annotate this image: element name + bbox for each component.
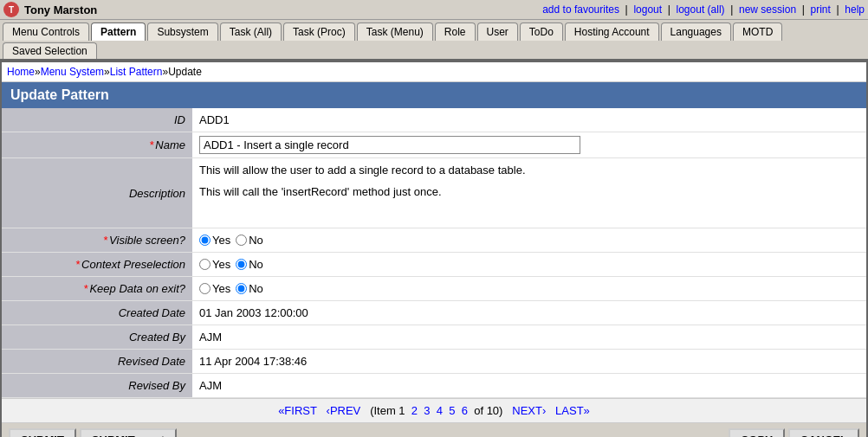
created-by-text: AJM [199,331,222,344]
tab-user[interactable]: User [477,22,518,41]
breadcrumb-home[interactable]: Home [7,66,35,78]
next-link[interactable]: NEXT› [512,404,546,417]
id-text: ADD1 [199,113,230,126]
username: Tony Marston [24,3,97,16]
first-link[interactable]: «FIRST [278,404,317,417]
name-input[interactable] [199,136,580,154]
context-yes-radio[interactable] [199,259,211,270]
form-row-created-by: Created By AJM [2,325,866,350]
revised-by-value: AJM [192,374,866,397]
tab-subsystem[interactable]: Subsystem [147,22,217,41]
print-link[interactable]: print [811,3,831,16]
top-links: add to favourites | logout | logout (all… [542,3,865,16]
nav-tabs-row1: Menu Controls Pattern Subsystem Task (Al… [0,20,868,41]
context-preselection-label: * Context Preselection [2,253,192,276]
main-wrapper: Home»Menu System»List Pattern»Update Upd… [0,61,868,437]
breadcrumb-menu-system[interactable]: Menu System [41,66,104,78]
revised-by-label: Revised By [2,374,192,397]
page-6-link[interactable]: 6 [462,404,468,417]
revised-date-label: Revised Date [2,350,192,373]
form-row-keep-data: * Keep Data on exit? Yes No [2,277,866,301]
form-row-description: Description This will allow the user to … [2,158,866,228]
page-2-link[interactable]: 2 [411,404,418,417]
page-4-link[interactable]: 4 [437,404,443,417]
created-by-value: AJM [192,325,866,349]
context-yes-label[interactable]: Yes [199,258,230,271]
id-label: ID [2,108,192,132]
form-row-id: ID ADD1 [2,108,866,132]
form-row-revised-by: Revised By AJM [2,374,866,398]
prev-link[interactable]: ‹PREV [327,404,361,417]
id-value: ADD1 [192,108,866,132]
top-bar: T Tony Marston add to favourites | logou… [0,0,868,20]
created-date-value: 01 Jan 2003 12:00:00 [192,301,866,325]
visible-screen-yes-label[interactable]: Yes [199,234,230,247]
description-label: Description [2,158,192,228]
logout-link[interactable]: logout [633,3,662,16]
tab-hosting-account[interactable]: Hosting Account [565,22,659,41]
name-label: * Name [2,132,192,157]
keep-data-no-label[interactable]: No [236,282,263,295]
visible-screen-no-radio[interactable] [236,235,247,246]
copy-button[interactable]: COPY [729,428,785,437]
tab-languages[interactable]: Languages [661,22,731,41]
keep-data-value: Yes No [192,277,866,300]
tab-role[interactable]: Role [435,22,476,41]
item-text: (Item 1 [370,404,405,417]
form-row-created-date: Created Date 01 Jan 2003 12:00:00 [2,301,866,325]
keep-data-label: * Keep Data on exit? [2,277,192,300]
pagination-bar: «FIRST ‹PREV (Item 1 2 3 4 5 6 of 10) NE… [2,398,866,423]
form-row-context-preselection: * Context Preselection Yes No [2,253,866,277]
form-area: ID ADD1 * Name Description This will all… [2,108,866,398]
context-preselection-value: Yes No [192,253,866,276]
tab-pattern[interactable]: Pattern [91,22,146,41]
submit-next-button[interactable]: SUBMIT+next [80,428,177,437]
submit-button[interactable]: SUBMIT [9,428,76,437]
tab-todo[interactable]: ToDo [520,22,563,41]
keep-data-radio-group: Yes No [199,282,263,295]
buttons-bar: SUBMIT SUBMIT+next COPY CANCEL [2,423,866,437]
created-by-label: Created By [2,325,192,349]
form-row-visible-screen: * Visible screen? Yes No [2,228,866,253]
keep-data-no-radio[interactable] [236,283,247,294]
context-no-label[interactable]: No [236,258,263,271]
help-link[interactable]: help [845,3,865,16]
visible-screen-no-label[interactable]: No [236,234,263,247]
of-text: of 10) [474,404,502,417]
visible-screen-label: * Visible screen? [2,228,192,252]
visible-screen-yes-radio[interactable] [199,235,211,246]
tab-motd[interactable]: MOTD [733,22,782,41]
logout-all-link[interactable]: logout (all) [677,3,725,16]
tab-task-menu[interactable]: Task (Menu) [357,22,433,41]
cancel-button[interactable]: CANCEL [788,428,859,437]
visible-screen-value: Yes No [192,228,866,252]
tab-task-proc[interactable]: Task (Proc) [283,22,355,41]
context-preselection-radio-group: Yes No [199,258,263,271]
name-required-star: * [149,138,153,151]
page-3-link[interactable]: 3 [424,404,430,417]
user-info: T Tony Marston [3,2,97,17]
context-no-radio[interactable] [236,259,247,270]
user-avatar: T [3,2,19,17]
breadcrumb: Home»Menu System»List Pattern»Update [2,62,866,82]
created-date-label: Created Date [2,301,192,325]
revised-date-text: 11 Apr 2004 17:38:46 [199,355,307,368]
visible-required-star: * [103,234,107,247]
created-date-text: 01 Jan 2003 12:00:00 [199,306,308,319]
tab-task-all[interactable]: Task (All) [220,22,282,41]
tab-saved-selection[interactable]: Saved Selection [3,42,97,59]
keep-data-yes-label[interactable]: Yes [199,282,230,295]
revised-by-text: AJM [199,379,222,392]
form-row-revised-date: Revised Date 11 Apr 2004 17:38:46 [2,350,866,374]
tab-menu-controls[interactable]: Menu Controls [3,22,89,41]
new-session-link[interactable]: new session [739,3,796,16]
revised-date-value: 11 Apr 2004 17:38:46 [192,350,866,373]
last-link[interactable]: LAST» [555,404,590,417]
description-value: This will allow the user to add a single… [192,158,866,228]
keep-data-required-star: * [83,282,87,295]
breadcrumb-list-pattern[interactable]: List Pattern [110,66,163,78]
breadcrumb-current: Update [168,66,202,78]
page-5-link[interactable]: 5 [449,404,455,417]
keep-data-yes-radio[interactable] [199,283,211,294]
add-to-favourites-link[interactable]: add to favourites [542,3,619,16]
